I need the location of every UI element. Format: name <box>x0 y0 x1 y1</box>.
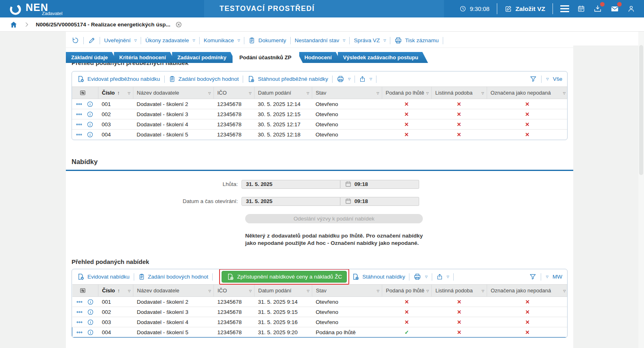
tab-podani-ucastniku-zp[interactable]: Podání účastníků ZP <box>233 52 303 63</box>
row-menu-icon[interactable] <box>76 329 83 336</box>
row-info-icon[interactable] <box>87 111 94 118</box>
row-menu-icon[interactable] <box>76 309 83 316</box>
breadcrumb-item[interactable]: N006/25/V00005174 - Realizace energetick… <box>36 22 170 28</box>
print-table-button[interactable]: ▽ <box>413 273 427 281</box>
column-header[interactable]: Podaná po lhůtě▽ <box>382 87 431 99</box>
menu-komunikace[interactable]: Komunikace▽ <box>204 37 240 43</box>
tab-kriteria-hodnoceni[interactable]: Kritéria hodnocení <box>114 52 176 63</box>
evidovat-nabidku-button[interactable]: Evidovat nabídku <box>77 273 130 281</box>
filter-caret-icon[interactable]: ▽ <box>249 91 251 95</box>
row-info-icon[interactable] <box>87 329 94 336</box>
column-header[interactable]: IČO▽ <box>214 285 255 297</box>
column-header[interactable]: Označena jako nepodaná▽ <box>487 285 568 297</box>
view-selector[interactable]: ▽Vše <box>546 76 562 82</box>
calendar-button[interactable] <box>573 5 589 13</box>
row-info-icon[interactable] <box>87 131 94 138</box>
table-row[interactable]: 003Dodavatel - školení 41234567830. 5. 2… <box>72 119 568 130</box>
row-info-icon[interactable] <box>87 298 94 305</box>
filter-caret-icon[interactable]: ▽ <box>307 91 309 95</box>
print-table-button[interactable]: ▽ <box>337 75 350 83</box>
table-row[interactable]: 001Dodavatel - školení 21234567830. 5. 2… <box>72 99 568 109</box>
stahnout-nabidky-button[interactable]: Stáhnout nabídky <box>352 273 405 281</box>
deadline-date-input[interactable]: 31. 5. 2025 <box>242 180 340 189</box>
column-header[interactable]: Číslo↑▽ <box>98 285 133 297</box>
row-info-icon[interactable] <box>87 121 94 128</box>
history-button[interactable] <box>72 37 79 44</box>
stahnout-predbezne-nabidky-button[interactable]: Stáhnout předběžné nabídky <box>247 75 328 83</box>
column-header[interactable]: IČO▽ <box>213 87 254 99</box>
row-menu-icon[interactable] <box>76 121 83 128</box>
column-header[interactable]: Podaná po lhůtě▽ <box>382 285 432 297</box>
deadline-time-input[interactable]: 09:18 <box>340 180 419 189</box>
row-info-icon[interactable] <box>87 101 94 108</box>
filter-caret-icon[interactable]: ▽ <box>426 289 429 292</box>
column-settings-button[interactable] <box>72 87 98 99</box>
edit-record-button[interactable] <box>88 37 96 44</box>
scrollbar-thumb[interactable] <box>639 45 643 175</box>
row-info-icon[interactable] <box>87 309 94 316</box>
row-menu-icon[interactable] <box>76 298 83 305</box>
opening-date-input[interactable]: 31. 5. 2025 <box>242 197 340 206</box>
zpristupneni-nabidkove-ceny-button[interactable]: Zpřístupnění nabídkové ceny a nákladů ŽC <box>222 271 347 283</box>
downloads-button[interactable] <box>589 4 606 13</box>
table-row[interactable]: 004Dodavatel - školení 51234567830. 5. 2… <box>72 130 568 140</box>
row-info-icon[interactable] <box>87 319 94 326</box>
table-row[interactable]: 002Dodavatel - školení 31234567831. 5. 2… <box>72 307 568 317</box>
menu-dokumenty[interactable]: Dokumenty <box>248 37 286 44</box>
row-menu-icon[interactable] <box>76 111 83 118</box>
tab-zakladni-udaje[interactable]: Základní údaje <box>66 52 117 63</box>
row-menu-icon[interactable] <box>76 101 83 108</box>
table-row[interactable]: 001Dodavatel - školení 21234567831. 5. 2… <box>72 297 568 307</box>
print-record-button[interactable]: Tisk záznamu <box>394 37 439 44</box>
opening-time-input[interactable]: 09:18 <box>340 197 419 206</box>
messages-button[interactable] <box>606 4 623 13</box>
filter-caret-icon[interactable]: ▽ <box>307 289 309 292</box>
column-header[interactable]: Datum podání▽ <box>255 285 312 297</box>
column-header[interactable]: Číslo↑▽ <box>98 87 133 99</box>
filter-caret-icon[interactable]: ▽ <box>482 289 484 292</box>
menu-nestandardni-stav[interactable]: Nestandardní stav▽ <box>295 37 346 43</box>
filter-caret-icon[interactable]: ▽ <box>376 91 379 95</box>
column-header[interactable]: Stav▽ <box>312 285 382 297</box>
filter-caret-icon[interactable]: ▽ <box>128 91 130 95</box>
column-header[interactable]: Listinná podoba▽ <box>432 285 487 297</box>
profile-button[interactable] <box>623 5 639 13</box>
filter-caret-icon[interactable]: ▽ <box>563 91 566 95</box>
close-icon[interactable] <box>175 21 182 28</box>
filter-caret-icon[interactable]: ▽ <box>249 289 252 292</box>
column-header[interactable]: Název dodavatele▽ <box>133 285 214 297</box>
column-header[interactable]: Označena jako nepodaná▽ <box>487 87 568 99</box>
evidovat-predbeznou-nabidku-button[interactable]: Evidovat předběžnou nabídku <box>77 75 160 83</box>
column-header[interactable]: Název dodavatele▽ <box>133 87 213 99</box>
row-menu-icon[interactable] <box>76 131 83 138</box>
column-settings-button[interactable] <box>72 285 98 297</box>
table-row[interactable]: 002Dodavatel - školení 31234567830. 5. 2… <box>72 109 568 119</box>
filter-caret-icon[interactable]: ▽ <box>208 91 211 95</box>
filter-caret-icon[interactable]: ▽ <box>209 289 211 292</box>
menu-button[interactable] <box>556 5 573 12</box>
zadani-bodovych-hodnot-button[interactable]: Zadání bodových hodnot <box>169 76 239 82</box>
menu-ukony-zadavatele[interactable]: Úkony zadavatele▽ <box>145 37 195 43</box>
zadani-bodovych-hodnot-button[interactable]: Zadání bodových hodnot <box>138 273 209 280</box>
column-header[interactable]: Datum podání▽ <box>254 87 312 99</box>
tab-vysledek-zadavaciho-postupu[interactable]: Výsledek zadávacího postupu <box>338 52 428 63</box>
filter-caret-icon[interactable]: ▽ <box>563 289 566 292</box>
menu-sprava-vz[interactable]: Správa VZ▽ <box>354 37 386 43</box>
filter-caret-icon[interactable]: ▽ <box>128 289 131 292</box>
home-icon[interactable] <box>10 21 17 28</box>
filter-caret-icon[interactable]: ▽ <box>481 91 484 95</box>
table-row[interactable]: 004Dodavatel - školení 51234567831. 5. 2… <box>72 327 568 337</box>
menu-uverejneni[interactable]: Uveřejnění▽ <box>104 37 137 43</box>
export-table-button[interactable]: ▽ <box>359 76 372 82</box>
tab-hodnoceni[interactable]: Hodnocení <box>299 52 342 63</box>
tab-zadavaci-podminky[interactable]: Zadávací podmínky <box>172 52 236 63</box>
page-scrollbar[interactable] <box>638 17 644 348</box>
export-table-button[interactable]: ▽ <box>436 273 449 280</box>
filter-caret-icon[interactable]: ▽ <box>377 289 379 292</box>
filter-caret-icon[interactable]: ▽ <box>426 91 429 95</box>
brand[interactable]: NEN Zadavatel <box>9 2 63 16</box>
create-vz-button[interactable]: Založit VZ <box>500 5 549 13</box>
view-selector[interactable]: ▽MW <box>545 274 562 280</box>
column-header[interactable]: Stav▽ <box>312 87 382 99</box>
filter-button[interactable] <box>529 75 537 83</box>
